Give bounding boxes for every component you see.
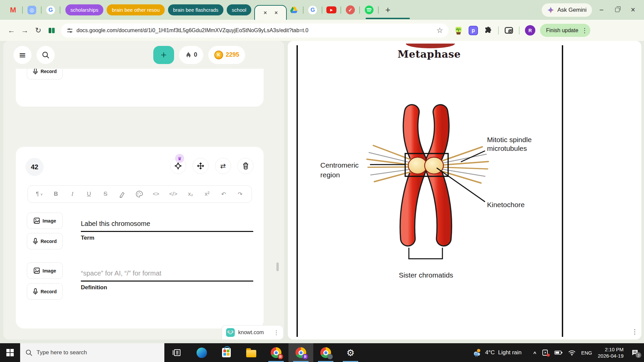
- profile-avatar[interactable]: KR: [525, 25, 535, 36]
- taskbar-chrome-1[interactable]: R: [264, 343, 288, 362]
- tab-close-icon[interactable]: ×: [274, 9, 278, 16]
- extension-sprout[interactable]: [452, 24, 465, 37]
- inline-code-button[interactable]: <>: [153, 191, 159, 197]
- taskbar-chrome-2[interactable]: R: [288, 343, 313, 362]
- taskbar-chrome-3[interactable]: [313, 343, 338, 362]
- underline-button[interactable]: U: [86, 191, 92, 197]
- reload-button[interactable]: ↻: [32, 24, 45, 37]
- definition-input[interactable]: “space” for AI, “/” for format: [81, 269, 161, 277]
- weather-desc: Light rain: [498, 349, 522, 356]
- ask-gemini-button[interactable]: Ask Gemini: [542, 3, 592, 17]
- finish-update-button[interactable]: Finish update ⋮: [540, 24, 590, 37]
- address-bar[interactable]: docs.google.com/document/d/1i0_1Hl1mf3tL…: [61, 23, 448, 38]
- taskbar-file-explorer[interactable]: [239, 343, 264, 362]
- forward-button[interactable]: →: [18, 24, 32, 37]
- taskbar-weather[interactable]: 4°C Light rain: [472, 348, 522, 357]
- tray-expand-chevron-icon[interactable]: ^: [533, 351, 536, 356]
- minimize-button[interactable]: −: [599, 6, 604, 14]
- record-button[interactable]: Record: [27, 283, 63, 300]
- move-card-button[interactable]: [193, 158, 209, 174]
- store-icon: [222, 348, 231, 357]
- chromosome-diagram: Mitotic spindle microtubules Centromeric…: [301, 81, 570, 336]
- extensions-menu[interactable]: [482, 24, 494, 37]
- task-view-button[interactable]: [164, 343, 189, 362]
- windows-logo-icon: [6, 349, 14, 356]
- tab-group-brain-bee-flashcards[interactable]: brain bee flashcrads: [168, 4, 223, 15]
- highlighter-button[interactable]: [119, 191, 126, 198]
- pinned-tab-gmail[interactable]: M: [7, 4, 19, 16]
- tab-group-brain-bee-other[interactable]: brain bee other resou: [107, 4, 165, 15]
- ai-sparkle-button[interactable]: ♛: [170, 158, 186, 174]
- ask-gemini-label: Ask Gemini: [557, 7, 587, 13]
- pinned-tab-app[interactable]: ◎: [26, 4, 38, 16]
- spotify-icon: [365, 5, 374, 14]
- term-label: Term: [81, 235, 94, 241]
- tab-capture-button[interactable]: [503, 24, 515, 37]
- subscript-button[interactable]: x₂: [187, 191, 194, 197]
- label-kinetochore: Kinetochore: [487, 201, 525, 208]
- search-button[interactable]: [37, 46, 55, 64]
- extension-p[interactable]: p: [467, 24, 479, 37]
- caret-down-icon: ∨: [40, 192, 43, 196]
- notification-center-button[interactable]: 3: [629, 349, 641, 356]
- pinned-tab-checklist[interactable]: ✓: [344, 4, 356, 16]
- pinned-tab-drive[interactable]: [288, 4, 300, 16]
- tray-screen-button[interactable]: [542, 349, 549, 356]
- bold-button[interactable]: B: [53, 191, 59, 197]
- tray-clock[interactable]: 2:10 PM 2026-04-19: [598, 346, 624, 359]
- superscript-button[interactable]: x²: [204, 191, 210, 197]
- reading-list-button[interactable]: [45, 24, 58, 37]
- back-button[interactable]: ←: [5, 24, 18, 37]
- delete-card-button[interactable]: [237, 158, 254, 174]
- record-button[interactable]: Record: [27, 233, 63, 249]
- doc-pane-menu-dots-icon[interactable]: ⋮: [632, 328, 638, 336]
- tray-battery-button[interactable]: [554, 350, 562, 355]
- add-card-button[interactable]: +: [153, 46, 174, 64]
- term-input[interactable]: Label this chromosome: [81, 220, 150, 228]
- restore-button[interactable]: [615, 8, 620, 12]
- add-image-button[interactable]: Image: [27, 262, 63, 279]
- color-button[interactable]: [136, 190, 143, 198]
- pane-menu-dots-icon[interactable]: ⋮: [273, 329, 279, 336]
- streak-counter[interactable]: 0: [179, 46, 203, 64]
- pinned-tab-spotify[interactable]: [363, 4, 375, 16]
- definition-underline: [81, 281, 253, 282]
- pinned-tab-google[interactable]: G: [45, 4, 56, 16]
- add-image-button[interactable]: Image: [27, 213, 63, 229]
- strikethrough-button[interactable]: S: [102, 191, 109, 197]
- docs-pane: Metaphase: [288, 41, 641, 340]
- italic-button[interactable]: I: [69, 191, 76, 197]
- redo-button[interactable]: ↷: [237, 191, 244, 198]
- active-tab[interactable]: × ×: [254, 5, 287, 20]
- tab-group-scholarships[interactable]: scholarships: [65, 4, 103, 15]
- taskbar-settings[interactable]: ⚙: [338, 343, 363, 362]
- coins-counter[interactable]: K 2295: [208, 46, 245, 64]
- taskbar-store[interactable]: [214, 343, 239, 362]
- close-window-button[interactable]: ×: [631, 5, 635, 14]
- undo-button[interactable]: ↶: [220, 191, 227, 198]
- menu-button[interactable]: ≡: [13, 46, 32, 64]
- flip-card-button[interactable]: ⇄: [215, 158, 231, 174]
- pane-site-bar[interactable]: knowt.com ⋮: [222, 325, 283, 340]
- move-icon: [197, 162, 205, 170]
- url-text[interactable]: docs.google.com/document/d/1i0_1Hl1mf3tL…: [76, 27, 436, 34]
- pinned-tab-youtube[interactable]: ▶: [326, 4, 337, 16]
- code-block-button[interactable]: </>: [169, 191, 177, 197]
- kinetochore-left: [408, 157, 427, 174]
- pinned-tab-google-2[interactable]: G: [307, 4, 318, 16]
- taskbar-search[interactable]: Type here to search: [20, 343, 164, 362]
- left-pane-scrollbar[interactable]: [276, 262, 279, 271]
- tray-language[interactable]: ENG: [581, 350, 592, 356]
- browser-menu-dots-icon[interactable]: ⋮: [582, 27, 588, 34]
- paragraph-style-button[interactable]: ¶∨: [36, 191, 43, 197]
- taskbar-edge[interactable]: [189, 343, 214, 362]
- forward-icon: →: [21, 26, 29, 35]
- tab-group-school[interactable]: school: [227, 4, 251, 15]
- bookmark-star-icon[interactable]: ☆: [436, 26, 443, 35]
- start-button[interactable]: [0, 343, 20, 362]
- tray-wifi-button[interactable]: [568, 350, 576, 356]
- card-actions: ♛ ⇄: [170, 158, 254, 174]
- new-tab-button[interactable]: +: [382, 4, 393, 16]
- sparkle-icon: [174, 162, 182, 170]
- previous-image-fragment: [406, 44, 455, 48]
